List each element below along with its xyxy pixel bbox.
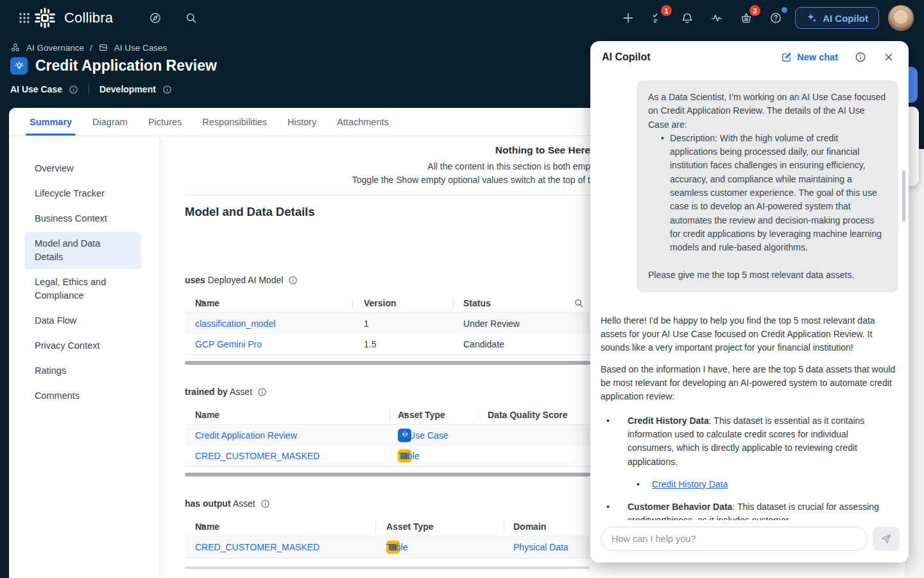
search-icon[interactable] xyxy=(180,6,203,30)
table-row: Credit Application Review AI Use Case xyxy=(185,425,590,446)
tab-responsibilities[interactable]: Responsibilities xyxy=(192,108,277,136)
help-icon[interactable] xyxy=(764,6,787,30)
asset-type-label: AI Use Case xyxy=(10,84,62,94)
status-badge: Development xyxy=(99,84,156,94)
ai-use-case-icon xyxy=(10,57,28,74)
info-icon[interactable] xyxy=(69,85,78,94)
asset-link[interactable]: CRED_CUSTOMER_MASKED xyxy=(195,451,320,461)
app-grid-icon[interactable] xyxy=(13,6,36,30)
column-header-domain[interactable]: Domain xyxy=(513,521,546,532)
asset-link[interactable]: classification_model xyxy=(195,319,275,329)
asset-link[interactable]: CRED_CUSTOMER_MASKED xyxy=(195,542,320,552)
sidebar-item-business-context[interactable]: Business Context xyxy=(24,207,141,231)
sidebar-item-ratings[interactable]: Ratings xyxy=(24,359,141,383)
marketplace-basket-icon[interactable]: 3 xyxy=(735,6,758,30)
asset-link[interactable]: GCP Gemini Pro xyxy=(195,339,262,349)
divider xyxy=(185,195,590,195)
sidebar-item-model-and-data-details[interactable]: Model and Data Details xyxy=(24,232,141,269)
assistant-paragraph: Based on the information I have, here ar… xyxy=(601,363,897,404)
credit-history-data-link[interactable]: Credit History Data xyxy=(652,479,728,489)
table-header: Name Asset Type Domain xyxy=(185,517,590,536)
sidebar-item-comments[interactable]: Comments xyxy=(24,384,141,408)
top-navigation: Collibra 1 3 AI xyxy=(0,0,924,36)
assistant-bullet: Credit History Data: This dataset is ess… xyxy=(601,414,897,469)
user-message-bullet: Description: With the high volume of cre… xyxy=(648,132,887,255)
ai-copilot-button[interactable]: AI Copilot xyxy=(795,7,879,29)
user-avatar[interactable] xyxy=(888,5,914,31)
table-header: Name Asset Type Data Quality Score xyxy=(185,405,590,425)
horizontal-scrollbar[interactable] xyxy=(185,361,590,365)
send-button[interactable] xyxy=(873,527,900,551)
breadcrumb-ai-use-cases[interactable]: AI Use Cases xyxy=(114,43,167,53)
info-icon[interactable] xyxy=(162,85,172,94)
table-row: GCP Gemini Pro 1.5 Candidate xyxy=(185,334,590,355)
sidebar-item-overview[interactable]: Overview xyxy=(24,157,141,180)
version-value: 1.5 xyxy=(364,339,376,349)
assistant-sub-bullet: Credit History Data xyxy=(601,478,897,491)
tab-history[interactable]: History xyxy=(277,108,327,136)
table-row: classification_model 1 Under Review xyxy=(185,313,590,334)
page-title: Credit Application Review xyxy=(35,57,217,74)
trained-by-asset-table: Name Asset Type Data Quality Score Credi… xyxy=(185,405,590,467)
breadcrumb-ai-governance[interactable]: AI Governance xyxy=(26,43,84,53)
sidebar-item-lifecycle-tracker[interactable]: Lifecycle Tracker xyxy=(24,182,141,206)
info-icon[interactable] xyxy=(257,387,267,397)
empty-state-line1: All the content in this section is both … xyxy=(185,160,590,173)
chat-scrollbar-thumb[interactable] xyxy=(902,170,905,222)
column-header-asset-type[interactable]: Asset Type xyxy=(386,521,434,532)
horizontal-scrollbar-track[interactable] xyxy=(185,566,590,569)
relation-label-trained-by: trained by Asset xyxy=(185,387,267,397)
column-header-name[interactable]: Name xyxy=(195,521,207,532)
copilot-header: AI Copilot New chat xyxy=(590,41,909,71)
tab-attachments[interactable]: Attachments xyxy=(327,108,399,136)
notifications-bell-icon[interactable] xyxy=(676,6,699,30)
section-title: Model and Data Details xyxy=(185,205,315,219)
column-header-name[interactable]: Name xyxy=(195,410,219,420)
tasks-badge: 1 xyxy=(661,5,672,16)
column-header-data-quality-score[interactable]: Data Quality Score xyxy=(488,410,568,420)
divider xyxy=(89,83,89,95)
close-icon[interactable] xyxy=(883,51,894,63)
new-chat-button[interactable]: New chat xyxy=(781,52,838,63)
version-value: 1 xyxy=(364,319,369,329)
column-divider xyxy=(453,297,454,309)
chat-messages: As a Data Scientist, I’m working on an A… xyxy=(590,71,909,560)
table-search-icon[interactable] xyxy=(574,298,584,308)
tab-pictures[interactable]: Pictures xyxy=(138,108,192,136)
assistant-paragraph: Hello there! I'd be happy to help you fi… xyxy=(601,314,897,355)
column-header-status[interactable]: Status xyxy=(463,298,491,308)
column-header-version[interactable]: Version xyxy=(364,298,397,308)
chat-input[interactable] xyxy=(601,527,868,551)
compass-icon[interactable] xyxy=(144,6,167,30)
uses-deployed-ai-model-table: Name Version Status classification_model… xyxy=(185,293,590,355)
tab-diagram[interactable]: Diagram xyxy=(82,108,138,136)
sidebar-item-data-flow[interactable]: Data Flow xyxy=(24,309,141,333)
asset-link[interactable]: Credit Application Review xyxy=(195,430,297,441)
user-message: As a Data Scientist, I’m working on an A… xyxy=(637,80,898,292)
activity-pulse-icon[interactable] xyxy=(705,6,728,30)
sidebar-item-privacy-context[interactable]: Privacy Context xyxy=(24,334,141,358)
column-header-name[interactable]: Name xyxy=(195,298,207,308)
horizontal-scrollbar[interactable] xyxy=(185,473,590,477)
tab-summary[interactable]: Summary xyxy=(19,108,82,136)
send-plane-icon xyxy=(880,533,892,545)
section-sidebar: Overview Lifecycle Tracker Business Cont… xyxy=(9,136,160,578)
info-icon[interactable] xyxy=(855,51,866,63)
column-divider xyxy=(504,521,504,532)
collibra-logo[interactable]: Collibra xyxy=(33,6,113,30)
empty-state: Nothing to See Here All the content in t… xyxy=(185,144,590,187)
info-icon[interactable] xyxy=(288,276,298,285)
asset-type-link[interactable]: Table xyxy=(398,451,419,461)
empty-state-title: Nothing to See Here xyxy=(185,144,590,156)
info-icon[interactable] xyxy=(261,499,270,509)
domain-link[interactable]: Physical Data xyxy=(513,542,569,552)
tasks-icon[interactable]: 1 xyxy=(646,6,669,30)
asset-type-link[interactable]: Table xyxy=(386,542,407,552)
create-icon[interactable] xyxy=(617,6,640,30)
relation-label-uses: uses Deployed AI Model xyxy=(185,275,298,285)
column-header-asset-type[interactable]: Asset Type xyxy=(398,410,409,420)
sidebar-item-legal-ethics-compliance[interactable]: Legal, Ethics and Compliance xyxy=(24,270,141,308)
status-value: Candidate xyxy=(463,339,504,349)
breadcrumb: AI Governance / AI Use Cases xyxy=(10,42,167,53)
asset-type-link[interactable]: AI Use Case xyxy=(398,430,449,441)
